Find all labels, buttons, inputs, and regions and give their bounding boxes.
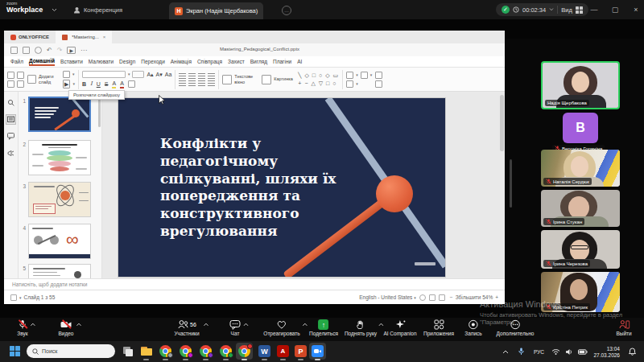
participant-tile[interactable]: Надія Щербакова bbox=[541, 61, 620, 109]
align-shape-icon[interactable] bbox=[346, 80, 353, 88]
shape-outline-icon[interactable] bbox=[361, 72, 368, 79]
video-button[interactable]: Видео bbox=[59, 319, 74, 336]
slide-canvas[interactable]: Конфлікти у педагогічному спілкуванні, ш… bbox=[102, 92, 505, 278]
tab-screen-share[interactable]: Н Экран (Надія Щербакова) bbox=[169, 2, 263, 19]
chrome-button[interactable] bbox=[199, 344, 213, 358]
menu-view[interactable]: Вигляд bbox=[250, 59, 267, 64]
more-options-button[interactable]: Дополнительно bbox=[497, 319, 535, 336]
close-button[interactable]: × bbox=[626, 0, 644, 19]
chevron-up-icon[interactable] bbox=[303, 323, 308, 327]
current-slide[interactable]: Конфлікти у педагогічному спілкуванні, ш… bbox=[118, 98, 445, 277]
tray-mic-icon[interactable] bbox=[518, 341, 525, 362]
file-explorer-button[interactable] bbox=[139, 344, 153, 358]
thumbnail-row-1[interactable]: 1 bbox=[19, 97, 102, 132]
undo-icon[interactable]: ↶ bbox=[47, 47, 52, 54]
menu-transitions[interactable]: Переходи bbox=[141, 59, 164, 64]
line-spacing-icon[interactable] bbox=[198, 80, 205, 86]
slide-3-thumbnail[interactable] bbox=[28, 182, 91, 217]
feedback-icon[interactable] bbox=[6, 149, 15, 158]
chevron-up-icon[interactable] bbox=[76, 323, 82, 327]
document-language[interactable]: English - United States bbox=[359, 294, 412, 300]
chrome-button[interactable] bbox=[179, 344, 192, 358]
document-tab[interactable]: *Mastering... × bbox=[56, 31, 112, 43]
zoom-in-button[interactable]: + bbox=[495, 294, 498, 300]
font-color-button[interactable]: A bbox=[120, 80, 124, 88]
increase-font-icon[interactable]: A▴ bbox=[147, 71, 153, 78]
chrome-button-active[interactable] bbox=[237, 344, 251, 358]
spellcheck-icon[interactable] bbox=[419, 294, 426, 301]
underline-button[interactable]: U bbox=[97, 80, 101, 88]
thumbnails-scrollbar[interactable] bbox=[98, 95, 101, 127]
taskbar-search[interactable]: Поиск bbox=[27, 344, 115, 358]
slideshow-button[interactable]: ▶ bbox=[63, 80, 70, 88]
menu-protection[interactable]: Захист bbox=[228, 59, 245, 64]
slide-2-thumbnail[interactable] bbox=[28, 140, 91, 175]
slide-5-thumbnail[interactable] bbox=[28, 264, 91, 278]
view-label[interactable]: Вид bbox=[561, 6, 572, 14]
close-doc-icon[interactable]: × bbox=[103, 35, 106, 39]
arrange-shape-icon[interactable] bbox=[346, 72, 353, 79]
menu-file[interactable]: Файл bbox=[10, 59, 23, 64]
clock-date[interactable]: 13:04 27.03.2026 bbox=[593, 341, 620, 362]
columns-icon[interactable] bbox=[208, 80, 215, 86]
thumbnail-row-4[interactable]: 4 ∞ bbox=[19, 224, 102, 259]
battery-icon[interactable] bbox=[578, 341, 588, 362]
zoom-app-button[interactable] bbox=[311, 344, 324, 358]
zoom-out-button[interactable]: − bbox=[450, 294, 453, 300]
cut-icon[interactable] bbox=[17, 72, 24, 79]
add-slide-status-icon[interactable] bbox=[10, 294, 17, 301]
add-slide-button[interactable]: Додати слайд bbox=[27, 74, 60, 84]
apps-button[interactable]: Приложения bbox=[423, 319, 454, 336]
react-button[interactable]: Отреагировать bbox=[263, 319, 299, 336]
select-tool-icon[interactable] bbox=[375, 72, 382, 79]
save-icon[interactable] bbox=[10, 47, 18, 54]
chevron-up-icon[interactable] bbox=[204, 323, 209, 327]
raise-hand-button[interactable]: Поднять руку bbox=[345, 319, 377, 336]
word-button[interactable]: W bbox=[258, 344, 271, 358]
slide-layout-icon[interactable] bbox=[63, 71, 70, 78]
chat-button[interactable]: Чат bbox=[229, 319, 241, 336]
menu-design[interactable]: Design bbox=[119, 59, 135, 64]
menu-plugins[interactable]: Плагіни bbox=[273, 59, 291, 64]
fit-slide-icon[interactable] bbox=[429, 294, 436, 301]
menu-home[interactable]: Домашній bbox=[29, 58, 55, 66]
paste-icon[interactable] bbox=[7, 80, 14, 88]
strikethrough-button[interactable]: S bbox=[105, 80, 109, 88]
menu-draw[interactable]: Малювати bbox=[89, 59, 114, 64]
participant-avatar[interactable]: В bbox=[563, 113, 598, 143]
minimize-button[interactable]: — bbox=[584, 0, 604, 19]
tab-more-button[interactable]: … bbox=[282, 6, 291, 15]
bullet-list-icon[interactable] bbox=[179, 73, 186, 79]
leave-button[interactable]: Выйти bbox=[616, 319, 631, 336]
record-button[interactable]: Запись bbox=[464, 319, 481, 336]
maximize-button[interactable]: ▢ bbox=[605, 0, 625, 19]
font-size-box[interactable] bbox=[132, 71, 144, 78]
chevron-up-icon[interactable] bbox=[31, 323, 36, 327]
participant-tile[interactable]: Ірина Черезова bbox=[541, 230, 620, 269]
copystyle-icon[interactable] bbox=[17, 80, 24, 88]
menu-insert[interactable]: Вставити bbox=[60, 59, 83, 64]
chrome-button[interactable] bbox=[159, 344, 172, 358]
copy-icon[interactable] bbox=[7, 72, 14, 79]
search-icon[interactable] bbox=[6, 98, 15, 107]
tab-conference[interactable]: Конференция bbox=[68, 2, 128, 18]
thumbnail-row-5[interactable]: 5 bbox=[19, 264, 102, 278]
sidebar-scrollbar[interactable] bbox=[510, 159, 512, 208]
chevron-down-icon[interactable] bbox=[549, 8, 554, 11]
slides-panel-icon[interactable] bbox=[6, 115, 15, 124]
thumbnail-row-2[interactable]: 2 bbox=[19, 140, 102, 175]
indent-decrease-icon[interactable] bbox=[198, 73, 205, 79]
chevron-down-icon[interactable] bbox=[52, 8, 57, 12]
chrome-button[interactable] bbox=[219, 344, 233, 358]
quick-print-icon[interactable] bbox=[35, 47, 42, 54]
slide-1-thumbnail[interactable] bbox=[28, 97, 91, 132]
participant-tile[interactable]: Ірина Стукан bbox=[541, 190, 620, 227]
menu-collaboration[interactable]: Співпраця bbox=[197, 59, 222, 64]
shapes-gallery[interactable]: ╲ ◇ □ ○ ◇ ▭ + − △ ▽ □ ○ bbox=[298, 72, 339, 87]
notifications-bell[interactable] bbox=[629, 341, 636, 362]
ai-companion-button[interactable]: AI Companion bbox=[383, 319, 416, 336]
participant-tile[interactable]: Наталія Сердюк bbox=[541, 150, 620, 187]
task-view-button[interactable] bbox=[121, 344, 134, 358]
canvas-scrollbar[interactable] bbox=[500, 95, 504, 151]
thumbnail-row-3[interactable]: 3 bbox=[19, 182, 102, 217]
